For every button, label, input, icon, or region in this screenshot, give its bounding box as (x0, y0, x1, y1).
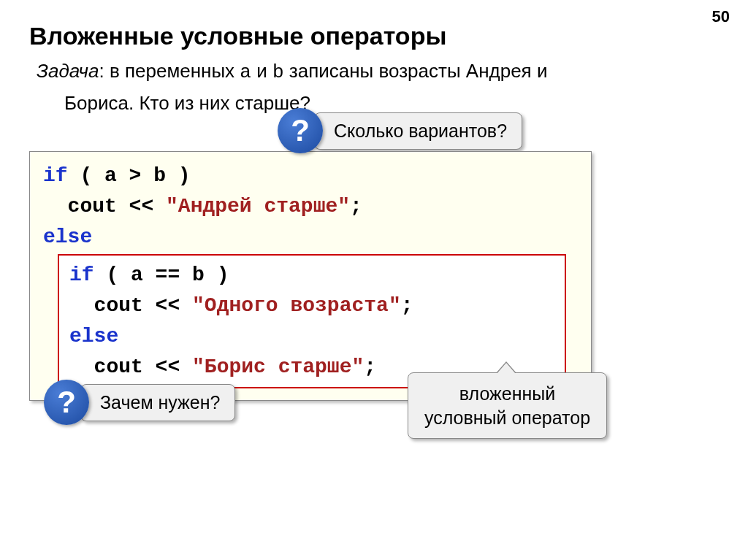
code-text: ; (350, 195, 362, 218)
code-text: ; (364, 356, 376, 378)
text-part: и (251, 60, 272, 82)
page-number: 50 (712, 7, 730, 26)
callout-line: условный оператор (424, 406, 590, 430)
callout-why: ? Зачем нужен? (44, 380, 235, 425)
keyword-if: if (43, 164, 68, 187)
keyword-else: else (69, 325, 118, 348)
text-part: записаны возрасты Андрея и (284, 60, 548, 82)
code-text: cout << (43, 195, 166, 218)
slide-heading: Вложенные условные операторы (29, 22, 719, 50)
callout-variants: ? Сколько вариантов? (278, 108, 522, 153)
code-block-inner: if ( a == b ) cout << "Одного возраста";… (58, 254, 566, 388)
question-icon: ? (278, 108, 323, 153)
code-line: else (69, 321, 554, 352)
problem-label: Задача (37, 60, 99, 82)
callout-nested-operator: вложенный условный оператор (408, 372, 607, 439)
code-line: cout << "Одного возраста"; (69, 291, 554, 321)
code-text: cout << (69, 356, 192, 378)
keyword-if: if (69, 264, 94, 286)
string-literal: "Андрей старше" (166, 195, 350, 218)
code-text: cout << (69, 294, 192, 317)
question-icon: ? (44, 380, 89, 425)
callout-line: вложенный (424, 382, 590, 406)
code-line: else (43, 222, 578, 253)
code-line: if ( a > b ) (43, 161, 578, 191)
keyword-else: else (43, 226, 92, 248)
text-part: : в переменных (99, 60, 240, 82)
string-literal: "Борис старше" (192, 356, 364, 378)
variable-b: b (272, 61, 284, 83)
callout-text: Сколько вариантов? (314, 112, 522, 150)
callout-text: Зачем нужен? (80, 384, 235, 421)
problem-line-1: Задача: в переменных a и b записаны возр… (37, 59, 719, 85)
variable-a: a (240, 61, 251, 83)
string-literal: "Одного возраста" (192, 294, 401, 317)
code-line: if ( a == b ) (69, 260, 554, 291)
code-text: ; (401, 294, 413, 317)
code-line: cout << "Андрей старше"; (43, 191, 578, 222)
